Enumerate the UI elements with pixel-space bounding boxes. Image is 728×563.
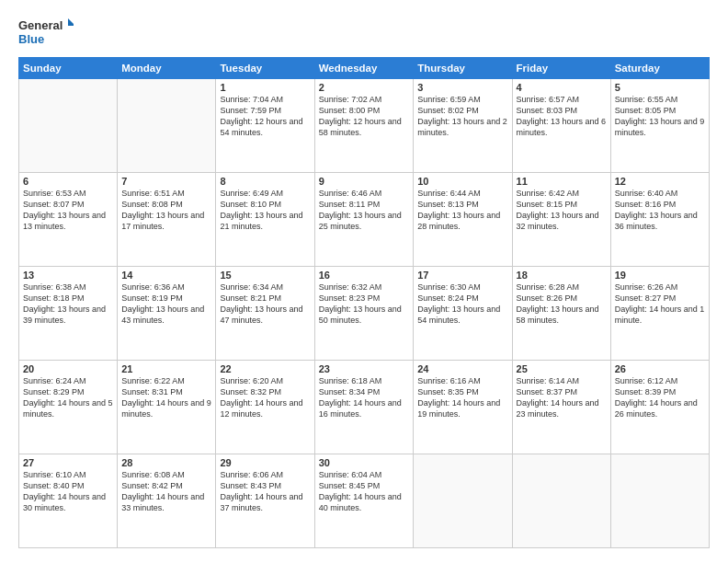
day-info: Sunrise: 6:53 AM Sunset: 8:07 PM Dayligh… xyxy=(23,188,113,233)
calendar-header-row: SundayMondayTuesdayWednesdayThursdayFrid… xyxy=(19,58,710,79)
calendar-cell: 30Sunrise: 6:04 AM Sunset: 8:45 PM Dayli… xyxy=(314,454,414,548)
day-number: 22 xyxy=(220,363,310,374)
day-number: 7 xyxy=(121,176,211,187)
calendar-cell: 18Sunrise: 6:28 AM Sunset: 8:26 PM Dayli… xyxy=(512,267,610,361)
calendar-cell: 5Sunrise: 6:55 AM Sunset: 8:05 PM Daylig… xyxy=(610,79,709,173)
day-number: 13 xyxy=(23,270,113,281)
calendar-cell: 25Sunrise: 6:14 AM Sunset: 8:37 PM Dayli… xyxy=(512,361,610,454)
calendar-cell: 4Sunrise: 6:57 AM Sunset: 8:03 PM Daylig… xyxy=(512,79,610,173)
day-number: 18 xyxy=(517,270,607,281)
calendar-cell: 22Sunrise: 6:20 AM Sunset: 8:32 PM Dayli… xyxy=(216,361,314,454)
day-info: Sunrise: 6:22 AM Sunset: 8:31 PM Dayligh… xyxy=(121,375,211,420)
calendar-cell xyxy=(512,454,610,548)
calendar-cell: 11Sunrise: 6:42 AM Sunset: 8:15 PM Dayli… xyxy=(512,173,610,267)
day-number: 6 xyxy=(23,176,113,187)
day-of-week-header: Saturday xyxy=(610,58,709,79)
calendar-cell xyxy=(19,79,118,173)
calendar-cell: 26Sunrise: 6:12 AM Sunset: 8:39 PM Dayli… xyxy=(610,361,709,454)
day-info: Sunrise: 6:12 AM Sunset: 8:39 PM Dayligh… xyxy=(615,375,705,420)
day-number: 10 xyxy=(417,176,507,187)
day-number: 20 xyxy=(23,363,113,374)
calendar-cell: 24Sunrise: 6:16 AM Sunset: 8:35 PM Dayli… xyxy=(414,361,512,454)
calendar-cell: 28Sunrise: 6:08 AM Sunset: 8:42 PM Dayli… xyxy=(118,454,216,548)
day-info: Sunrise: 6:34 AM Sunset: 8:21 PM Dayligh… xyxy=(220,282,310,327)
day-info: Sunrise: 6:49 AM Sunset: 8:10 PM Dayligh… xyxy=(220,188,310,233)
day-number: 26 xyxy=(615,363,705,374)
day-number: 28 xyxy=(121,457,211,468)
calendar-cell: 1Sunrise: 7:04 AM Sunset: 7:59 PM Daylig… xyxy=(216,79,314,173)
day-number: 4 xyxy=(517,82,607,93)
calendar-cell: 17Sunrise: 6:30 AM Sunset: 8:24 PM Dayli… xyxy=(414,267,512,361)
day-info: Sunrise: 6:24 AM Sunset: 8:29 PM Dayligh… xyxy=(23,375,113,420)
day-info: Sunrise: 6:44 AM Sunset: 8:13 PM Dayligh… xyxy=(417,188,507,233)
calendar-week-row: 13Sunrise: 6:38 AM Sunset: 8:18 PM Dayli… xyxy=(19,267,710,361)
day-info: Sunrise: 6:55 AM Sunset: 8:05 PM Dayligh… xyxy=(615,94,705,139)
calendar-cell: 27Sunrise: 6:10 AM Sunset: 8:40 PM Dayli… xyxy=(19,454,118,548)
day-number: 3 xyxy=(417,82,507,93)
day-number: 17 xyxy=(417,270,507,281)
day-number: 21 xyxy=(121,363,211,374)
calendar-cell xyxy=(414,454,512,548)
day-info: Sunrise: 6:06 AM Sunset: 8:43 PM Dayligh… xyxy=(220,469,310,514)
day-info: Sunrise: 6:04 AM Sunset: 8:45 PM Dayligh… xyxy=(319,469,410,514)
day-number: 2 xyxy=(319,82,410,93)
day-info: Sunrise: 6:18 AM Sunset: 8:34 PM Dayligh… xyxy=(319,375,410,420)
calendar-cell: 13Sunrise: 6:38 AM Sunset: 8:18 PM Dayli… xyxy=(19,267,118,361)
day-number: 1 xyxy=(220,82,310,93)
calendar-cell: 12Sunrise: 6:40 AM Sunset: 8:16 PM Dayli… xyxy=(610,173,709,267)
calendar-cell: 10Sunrise: 6:44 AM Sunset: 8:13 PM Dayli… xyxy=(414,173,512,267)
day-info: Sunrise: 6:32 AM Sunset: 8:23 PM Dayligh… xyxy=(319,282,410,327)
calendar-cell: 23Sunrise: 6:18 AM Sunset: 8:34 PM Dayli… xyxy=(314,361,414,454)
calendar-cell: 20Sunrise: 6:24 AM Sunset: 8:29 PM Dayli… xyxy=(19,361,118,454)
calendar-week-row: 1Sunrise: 7:04 AM Sunset: 7:59 PM Daylig… xyxy=(19,79,710,173)
day-info: Sunrise: 7:02 AM Sunset: 8:00 PM Dayligh… xyxy=(319,94,410,139)
day-of-week-header: Wednesday xyxy=(314,58,414,79)
day-info: Sunrise: 6:42 AM Sunset: 8:15 PM Dayligh… xyxy=(517,188,607,233)
calendar-cell: 19Sunrise: 6:26 AM Sunset: 8:27 PM Dayli… xyxy=(610,267,709,361)
day-number: 5 xyxy=(615,82,705,93)
day-number: 16 xyxy=(319,270,410,281)
day-of-week-header: Sunday xyxy=(19,58,118,79)
calendar-table: SundayMondayTuesdayWednesdayThursdayFrid… xyxy=(18,57,710,548)
day-of-week-header: Tuesday xyxy=(216,58,314,79)
day-info: Sunrise: 6:16 AM Sunset: 8:35 PM Dayligh… xyxy=(417,375,507,420)
day-info: Sunrise: 6:28 AM Sunset: 8:26 PM Dayligh… xyxy=(517,282,607,327)
day-info: Sunrise: 6:08 AM Sunset: 8:42 PM Dayligh… xyxy=(121,469,211,514)
day-number: 15 xyxy=(220,270,310,281)
calendar-cell: 14Sunrise: 6:36 AM Sunset: 8:19 PM Dayli… xyxy=(118,267,216,361)
calendar-cell: 16Sunrise: 6:32 AM Sunset: 8:23 PM Dayli… xyxy=(314,267,414,361)
logo-svg: General Blue xyxy=(18,15,74,48)
calendar-week-row: 27Sunrise: 6:10 AM Sunset: 8:40 PM Dayli… xyxy=(19,454,710,548)
day-info: Sunrise: 6:30 AM Sunset: 8:24 PM Dayligh… xyxy=(417,282,507,327)
calendar-cell: 9Sunrise: 6:46 AM Sunset: 8:11 PM Daylig… xyxy=(314,173,414,267)
day-info: Sunrise: 6:26 AM Sunset: 8:27 PM Dayligh… xyxy=(615,282,705,327)
day-number: 8 xyxy=(220,176,310,187)
day-info: Sunrise: 7:04 AM Sunset: 7:59 PM Dayligh… xyxy=(220,94,310,139)
day-info: Sunrise: 6:59 AM Sunset: 8:02 PM Dayligh… xyxy=(417,94,507,139)
calendar-cell: 21Sunrise: 6:22 AM Sunset: 8:31 PM Dayli… xyxy=(118,361,216,454)
day-number: 24 xyxy=(417,363,507,374)
day-of-week-header: Monday xyxy=(118,58,216,79)
day-number: 30 xyxy=(319,457,410,468)
page: General Blue SundayMondayTuesdayWednesda… xyxy=(0,0,728,563)
day-info: Sunrise: 6:14 AM Sunset: 8:37 PM Dayligh… xyxy=(517,375,607,420)
day-info: Sunrise: 6:40 AM Sunset: 8:16 PM Dayligh… xyxy=(615,188,705,233)
calendar-cell xyxy=(118,79,216,173)
day-of-week-header: Friday xyxy=(512,58,610,79)
day-info: Sunrise: 6:57 AM Sunset: 8:03 PM Dayligh… xyxy=(517,94,607,139)
calendar-cell: 3Sunrise: 6:59 AM Sunset: 8:02 PM Daylig… xyxy=(414,79,512,173)
day-number: 14 xyxy=(121,270,211,281)
calendar-cell xyxy=(610,454,709,548)
calendar-week-row: 6Sunrise: 6:53 AM Sunset: 8:07 PM Daylig… xyxy=(19,173,710,267)
day-info: Sunrise: 6:36 AM Sunset: 8:19 PM Dayligh… xyxy=(121,282,211,327)
calendar-week-row: 20Sunrise: 6:24 AM Sunset: 8:29 PM Dayli… xyxy=(19,361,710,454)
day-info: Sunrise: 6:51 AM Sunset: 8:08 PM Dayligh… xyxy=(121,188,211,233)
svg-text:General: General xyxy=(18,18,63,32)
day-info: Sunrise: 6:10 AM Sunset: 8:40 PM Dayligh… xyxy=(23,469,113,514)
calendar-cell: 2Sunrise: 7:02 AM Sunset: 8:00 PM Daylig… xyxy=(314,79,414,173)
svg-marker-1 xyxy=(68,18,74,26)
day-number: 23 xyxy=(319,363,410,374)
header: General Blue xyxy=(18,15,710,48)
day-number: 27 xyxy=(23,457,113,468)
logo: General Blue xyxy=(18,15,74,48)
